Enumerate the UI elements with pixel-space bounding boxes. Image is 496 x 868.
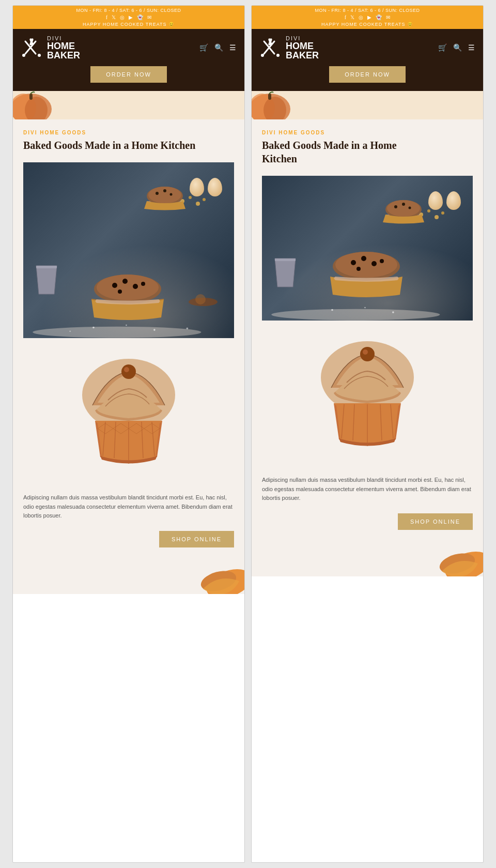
- pumpkin-icon-right: [252, 91, 293, 119]
- top-bar-left: MON - FRI: 8 - 4 / SAT: 6 - 6 / SUN: CLO…: [13, 6, 244, 29]
- svg-point-48: [261, 54, 264, 57]
- cupcake-section-left: [13, 338, 244, 483]
- svg-point-68: [335, 252, 397, 278]
- facebook-icon[interactable]: f: [106, 14, 107, 20]
- phones-container: MON - FRI: 8 - 4 / SAT: 6 - 6 / SUN: CLO…: [12, 5, 484, 863]
- svg-point-75: [331, 309, 333, 311]
- svg-point-31: [92, 327, 95, 329]
- header-icons-right: 🛒 🔍 ☰: [438, 43, 475, 52]
- content-section-right: DIVI HOME GOODS Baked Goods Made in a Ho…: [252, 119, 483, 321]
- logo-baker-right: BAKER: [286, 51, 319, 60]
- svg-rect-9: [29, 94, 33, 100]
- order-section-left: ORDER NOW: [13, 66, 244, 91]
- logo-text-left: DIVI HOME BAKER: [47, 35, 80, 60]
- snapchat-icon-r[interactable]: 👻: [376, 14, 382, 20]
- svg-point-38: [124, 367, 129, 372]
- svg-point-22: [195, 294, 206, 304]
- svg-point-17: [148, 187, 181, 203]
- muffin-small-right: [378, 189, 429, 230]
- facebook-icon-r[interactable]: f: [345, 14, 346, 20]
- svg-rect-14: [36, 266, 57, 268]
- svg-point-30: [33, 327, 201, 338]
- shop-btn-container-left: SHOP ONLINE: [23, 531, 234, 553]
- order-section-right: ORDER NOW: [252, 66, 483, 91]
- hours-text-right: MON - FRI: 8 - 4 / SAT: 6 - 6 / SUN: CLO…: [256, 8, 479, 13]
- svg-point-59: [441, 211, 444, 215]
- search-icon-left[interactable]: 🔍: [214, 43, 223, 52]
- svg-point-27: [133, 284, 138, 289]
- description-text-right: Adipiscing nullam duis massa vestibulum …: [262, 476, 473, 503]
- section-title-right: Baked Goods Made in a Home Kitchen: [262, 139, 473, 165]
- instagram-icon[interactable]: ◎: [120, 14, 125, 20]
- svg-point-77: [392, 311, 394, 313]
- svg-point-2: [22, 54, 25, 57]
- svg-point-26: [122, 279, 128, 284]
- spice-left: [188, 286, 219, 307]
- svg-point-12: [196, 202, 200, 206]
- header-icons-left: 🛒 🔍 ☰: [199, 43, 236, 52]
- shop-online-button-right[interactable]: SHOP ONLINE: [398, 513, 473, 530]
- bottom-area-right: [252, 545, 483, 576]
- cupcake-illustration-right: [295, 326, 440, 460]
- twitter-icon-r[interactable]: 𝕏: [350, 14, 354, 20]
- tagline-right: HAPPY HOME COOKED TREATS 😊: [256, 22, 479, 27]
- flour-dust-right: [262, 295, 473, 321]
- cart-icon-left[interactable]: 🛒: [199, 43, 208, 52]
- cart-icon-right[interactable]: 🛒: [438, 43, 447, 52]
- email-icon[interactable]: ✉: [147, 14, 151, 20]
- logo-text-right: DIVI HOME BAKER: [286, 35, 319, 60]
- svg-point-37: [121, 364, 136, 379]
- email-icon-r[interactable]: ✉: [386, 14, 390, 20]
- youtube-icon-r[interactable]: ▶: [367, 14, 371, 20]
- twitter-icon[interactable]: 𝕏: [112, 14, 116, 20]
- svg-point-25: [112, 283, 117, 288]
- social-icons-right: f 𝕏 ◎ ▶ 👻 ✉: [256, 14, 479, 20]
- description-text-left: Adipiscing nullam duis massa vestibulum …: [23, 493, 234, 521]
- youtube-icon[interactable]: ▶: [129, 14, 133, 20]
- text-section-right: Adipiscing nullam duis massa vestibulum …: [252, 465, 483, 545]
- search-icon-right[interactable]: 🔍: [453, 43, 462, 52]
- muffin-photo-right: [262, 176, 473, 321]
- measuring-cup-right: [272, 253, 298, 290]
- svg-point-71: [371, 261, 377, 266]
- croissant-icon-right: [426, 545, 483, 576]
- svg-point-32: [126, 325, 127, 326]
- svg-point-49: [276, 54, 280, 57]
- logo-divi-left: DIVI: [47, 35, 80, 41]
- svg-point-76: [364, 307, 366, 309]
- shop-online-button-left[interactable]: SHOP ONLINE: [159, 531, 234, 547]
- snapchat-icon[interactable]: 👻: [137, 14, 143, 20]
- croissant-icon-left: [188, 563, 244, 594]
- svg-point-3: [38, 54, 41, 57]
- logo-divi-right: DIVI: [286, 35, 319, 41]
- hero-area-right: [252, 91, 483, 119]
- social-icons-left: f 𝕏 ◎ ▶ 👻 ✉: [17, 14, 240, 20]
- svg-point-18: [156, 192, 159, 195]
- phone-frame-left: MON - FRI: 8 - 4 / SAT: 6 - 6 / SUN: CLO…: [12, 5, 245, 863]
- bottom-area-left: [13, 563, 244, 594]
- section-label-left: DIVI HOME GOODS: [23, 130, 234, 135]
- text-section-left: Adipiscing nullam duis massa vestibulum …: [13, 483, 244, 563]
- shop-btn-container-right: SHOP ONLINE: [262, 513, 473, 535]
- svg-point-65: [402, 203, 405, 206]
- cupcake-illustration-left: [56, 343, 201, 478]
- svg-point-64: [394, 205, 397, 208]
- svg-point-35: [187, 328, 189, 330]
- order-button-right[interactable]: ORDER NOW: [329, 66, 406, 83]
- logo-home-right: HOME: [286, 41, 319, 51]
- content-section-left: DIVI HOME GOODS Baked Goods Made in a Ho…: [13, 119, 244, 338]
- svg-rect-55: [268, 94, 271, 100]
- muffin-photo-left: [23, 162, 234, 338]
- menu-icon-right[interactable]: ☰: [468, 43, 475, 52]
- svg-point-58: [435, 215, 439, 219]
- logo-area-left: DIVI HOME BAKER: [21, 35, 80, 60]
- section-label-right: DIVI HOME GOODS: [262, 130, 473, 135]
- phone-frame-right: MON - FRI: 8 - 4 / SAT: 6 - 6 / SUN: CLO…: [251, 5, 484, 863]
- instagram-icon-r[interactable]: ◎: [359, 14, 363, 20]
- menu-icon-left[interactable]: ☰: [229, 43, 236, 52]
- svg-point-79: [360, 347, 375, 361]
- order-button-left[interactable]: ORDER NOW: [90, 66, 167, 83]
- svg-point-24: [97, 275, 159, 300]
- hero-area-left: [13, 91, 244, 119]
- svg-point-28: [141, 282, 145, 286]
